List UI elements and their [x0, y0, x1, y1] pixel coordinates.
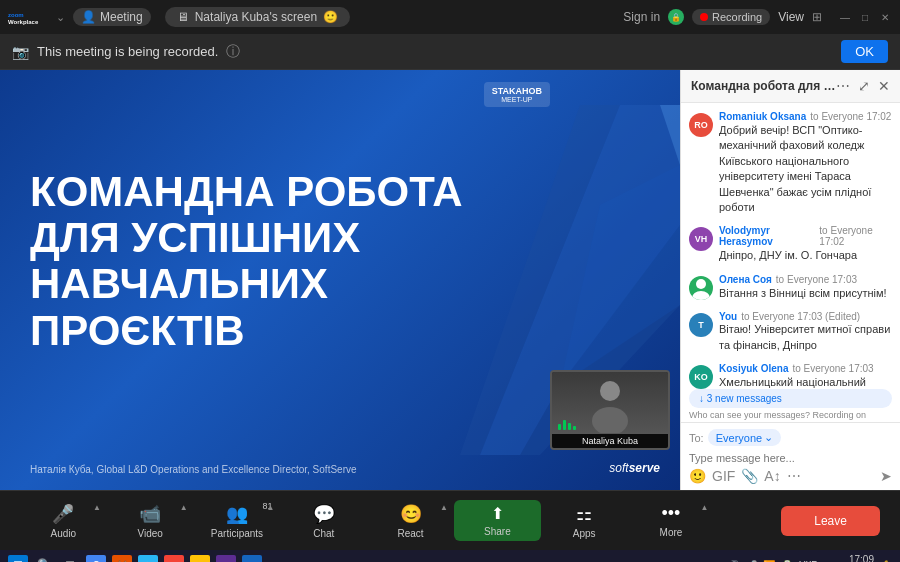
time: 17:09: [824, 554, 874, 562]
share-icon: ⬆: [491, 504, 504, 523]
mic-icon: 🎤: [52, 503, 74, 525]
emoji-icon: 🙂: [323, 10, 338, 24]
new-messages-button[interactable]: ↓ 3 new messages: [689, 389, 892, 408]
msg-to: to Everyone 17:03 (Edited): [741, 311, 860, 322]
share-label: Share: [484, 526, 511, 537]
recording-button[interactable]: Recording: [692, 9, 770, 25]
chat-input[interactable]: [689, 452, 892, 464]
top-bar: zoom Workplace ⌄ 👤 Meeting 🖥 Nataliya Ku…: [0, 0, 900, 34]
msg-sender: Kosiyuk Olena: [719, 363, 788, 374]
send-button[interactable]: ➤: [880, 468, 892, 484]
brand-dropdown-icon[interactable]: ⌄: [56, 11, 65, 24]
emoji-button[interactable]: 🙂: [689, 468, 706, 484]
browser-icon[interactable]: 🦊: [112, 555, 132, 562]
chat-messages: RO Romaniuk Oksana to Everyone 17:02 Доб…: [681, 103, 900, 389]
chrome-icon[interactable]: C: [86, 555, 106, 562]
svg-point-7: [592, 407, 628, 433]
more-icon[interactable]: ⋯: [836, 78, 850, 94]
msg-text: Вітання з Вінниці всім присутнім!: [719, 286, 892, 301]
ok-button[interactable]: OK: [841, 40, 888, 63]
signin-button[interactable]: Sign in: [623, 10, 660, 24]
rec-dot: [700, 13, 708, 21]
msg-to: to Everyone 17:02: [810, 111, 891, 122]
chat-icon: 💬: [313, 503, 335, 525]
video-icon: 📹: [139, 503, 161, 525]
recording-notice-text: This meeting is being recorded.: [37, 44, 218, 59]
chat-label: Chat: [313, 528, 334, 539]
chat-control[interactable]: 💬 Chat: [280, 499, 367, 543]
msg-to: to Everyone 17:02: [819, 225, 892, 247]
telegram-icon[interactable]: ✈: [138, 555, 158, 562]
close-chat-icon[interactable]: ✕: [878, 78, 890, 94]
audio-label: Audio: [51, 528, 77, 539]
close-button[interactable]: ✕: [878, 10, 892, 24]
msg-text: Добрий вечір! ВСП "Оптико-механічний фах…: [719, 123, 892, 215]
more-icon: •••: [662, 503, 681, 524]
audio-control[interactable]: 🎤 Audio ▲: [20, 499, 107, 543]
acrobat-icon[interactable]: A: [164, 555, 184, 562]
avatar: VH: [689, 227, 713, 251]
leave-label: Leave: [814, 514, 847, 528]
msg-sender: Олена Соя: [719, 274, 772, 285]
windows-button[interactable]: ⊞: [8, 555, 28, 562]
apps-icon: ⚏: [576, 503, 592, 525]
chat-panel: Командна робота для успішних ... ⋯ ⤢ ✕ R…: [680, 70, 900, 490]
screen-share-label: Nataliya Kuba's screen: [195, 10, 317, 24]
avatar: RO: [689, 113, 713, 137]
message-content: Олена Соя to Everyone 17:03 Вітання з Ві…: [719, 274, 892, 301]
gif-button[interactable]: GIF: [712, 468, 735, 484]
apps-control[interactable]: ⚏ Apps: [541, 499, 628, 543]
avatar: [689, 276, 713, 300]
chat-message: RO Romaniuk Oksana to Everyone 17:02 Доб…: [689, 111, 892, 215]
search-button[interactable]: 🔍: [34, 555, 54, 562]
msg-sender: You: [719, 311, 737, 322]
files-icon[interactable]: 📁: [190, 555, 210, 562]
message-content: Kosiyuk Olena to Everyone 17:03 Хмельниц…: [719, 363, 892, 389]
to-row: To: Everyone ⌄: [689, 429, 892, 446]
info-icon[interactable]: ⓘ: [226, 43, 240, 61]
window-controls: — □ ✕: [838, 10, 892, 24]
teams-icon[interactable]: T: [216, 555, 236, 562]
more-control[interactable]: ••• More ▲: [628, 499, 715, 542]
popout-icon[interactable]: ⤢: [858, 78, 870, 94]
clock: 17:09 04.11.2024: [824, 554, 874, 562]
leave-button[interactable]: Leave: [781, 506, 880, 536]
minimize-button[interactable]: —: [838, 10, 852, 24]
maximize-button[interactable]: □: [858, 10, 872, 24]
meeting-icon: 👤: [81, 10, 96, 24]
view-button[interactable]: View: [778, 10, 804, 24]
camera-icon: 📷: [12, 44, 29, 60]
participants-control[interactable]: 👥 Participants 81 ▲: [194, 499, 281, 543]
bottom-toolbar: 🎤 Audio ▲ 📹 Video ▲ 👥 Participants 81 ▲ …: [0, 490, 900, 550]
svg-point-6: [600, 381, 620, 401]
msg-to: to Everyone 17:03: [776, 274, 857, 285]
more-options-button[interactable]: ⋯: [787, 468, 801, 484]
svg-text:Workplace: Workplace: [8, 19, 39, 25]
slide-speaker: Наталія Куба, Global L&D Operations and …: [30, 464, 357, 475]
message-content: Volodymyr Herasymov to Everyone 17:02 Дн…: [719, 225, 892, 263]
msg-text: Дніпро, ДНУ ім. О. Гончара: [719, 248, 892, 263]
everyone-button[interactable]: Everyone ⌄: [708, 429, 781, 446]
person-silhouette: [580, 373, 640, 433]
taskview-button[interactable]: ⊡: [60, 555, 80, 562]
video-caret: ▲: [180, 503, 188, 512]
brand: zoom Workplace: [8, 8, 48, 26]
softserve-logo: softserve: [609, 459, 660, 475]
msg-text: Хмельницький національний університет: [719, 375, 892, 389]
word-icon[interactable]: W: [242, 555, 262, 562]
chat-footer: To: Everyone ⌄ 🙂 GIF 📎 A↕ ⋯ ➤: [681, 422, 900, 490]
attach-button[interactable]: 📎: [741, 468, 758, 484]
share-control[interactable]: ⬆ Share: [454, 500, 541, 541]
conference-logo: STAKAHOB MEET-UP: [484, 82, 550, 107]
meeting-pill[interactable]: 👤 Meeting: [73, 8, 151, 26]
msg-text: Вітаю! Університет митної справи та фіна…: [719, 322, 892, 353]
format-button[interactable]: A↕: [764, 468, 780, 484]
avatar: T: [689, 313, 713, 337]
slide-title: КОМАНДНА РОБОТА ДЛЯ УСПІШНИХ НАВЧАЛЬНИХ …: [30, 169, 472, 354]
video-control[interactable]: 📹 Video ▲: [107, 499, 194, 543]
msg-sender: Volodymyr Herasymov: [719, 225, 815, 247]
main-area: STAKAHOB MEET-UP КОМАНДНА РОБОТА ДЛЯ УСП…: [0, 70, 900, 490]
msg-sender: Romaniuk Oksana: [719, 111, 806, 122]
react-control[interactable]: 😊 React ▲: [367, 499, 454, 543]
chat-message: KO Kosiyuk Olena to Everyone 17:03 Хмель…: [689, 363, 892, 389]
